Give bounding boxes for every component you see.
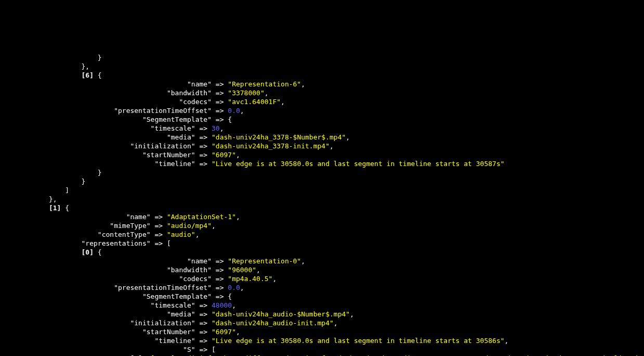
key-name: "name": [187, 257, 212, 265]
key-bandwidth: "bandwidth": [167, 266, 212, 274]
brace-close: }: [98, 169, 102, 176]
rep0-name: "Representation-0": [228, 257, 301, 265]
open-brace: {: [98, 71, 102, 79]
rep0-media: "dash-univ24ha_audio-$Number$.mp4": [212, 310, 350, 318]
terminal-output: } }, [6] { "name" => "Representation-6",…: [0, 44, 644, 356]
key-reps: "representations": [82, 239, 151, 247]
index-1: [1]: [49, 204, 61, 212]
key-timeline: "timeline": [154, 160, 195, 168]
key-codecs: "codecs": [179, 275, 212, 283]
rep0-startnum: "6097": [212, 328, 236, 336]
key-timeline: "timeline": [154, 337, 195, 345]
key-name: "name": [187, 80, 212, 88]
as1-contenttype: "audio": [167, 231, 195, 238]
index-6: [6]: [82, 71, 94, 79]
key-init: "initialization": [130, 142, 195, 150]
key-media: "media": [167, 133, 195, 141]
brace-close: }: [98, 54, 102, 61]
rep6-pto: 0.0: [228, 107, 240, 115]
rep6-timeline: "Live edge is at 30580.0s and last segme…: [212, 160, 505, 168]
key-startnum: "startNumber": [142, 151, 195, 159]
rep6-startnum: "6097": [212, 151, 236, 159]
brace: [0, 54, 98, 61]
rep6-bandwidth: "3378000": [228, 89, 264, 97]
rep0-timescale: 48000: [212, 301, 232, 309]
line: [0, 71, 82, 79]
key-bandwidth: "bandwidth": [167, 89, 212, 97]
key-timescale: "timescale": [151, 301, 195, 309]
rep0-timeline: "Live edge is at 30580.0s and last segme…: [212, 337, 505, 345]
key-pto: "presentationTimeOffset": [114, 107, 212, 115]
key-contenttype: "contentType": [98, 231, 151, 238]
key-media: "media": [167, 310, 195, 318]
brace: [0, 62, 82, 70]
key-startnum: "startNumber": [142, 328, 195, 336]
key-mimetype: "mimeType": [110, 222, 150, 230]
rep6-timescale: 30: [212, 124, 220, 132]
rep6-codecs: "avc1.64001F": [228, 98, 281, 106]
key-timescale: "timescale": [151, 124, 195, 132]
key-segtpl: "SegmentTemplate": [142, 116, 212, 123]
rep0-bandwidth: "96000": [228, 266, 256, 274]
bracket-close: ]: [65, 186, 69, 194]
key-init: "initialization": [130, 319, 195, 327]
brace-close: },: [82, 62, 90, 70]
key-pto: "presentationTimeOffset": [114, 284, 212, 291]
as1-name: "AdaptationSet-1": [167, 213, 236, 221]
rep0-pto: 0.0: [228, 284, 240, 291]
rep6-media: "dash-univ24ha_3378-$Number$.mp4": [212, 133, 346, 141]
key-codecs: "codecs": [179, 98, 212, 106]
brace-close: },: [49, 195, 57, 203]
rep6-init: "dash-univ24ha_3378-init.mp4": [212, 142, 330, 150]
key-S: "S": [183, 346, 195, 353]
rep6-name: "Representation-6": [228, 80, 301, 88]
key-name: "name": [126, 213, 151, 221]
as1-mimetype: "audio/mp4": [167, 222, 212, 230]
brace-close: }: [82, 177, 86, 185]
index-0: [0]: [82, 248, 94, 256]
key-segtpl: "SegmentTemplate": [142, 293, 212, 300]
rep0-codecs: "mp4a.40.5": [228, 275, 272, 283]
rep0-init: "dash-univ24ha_audio-init.mp4": [212, 319, 334, 327]
